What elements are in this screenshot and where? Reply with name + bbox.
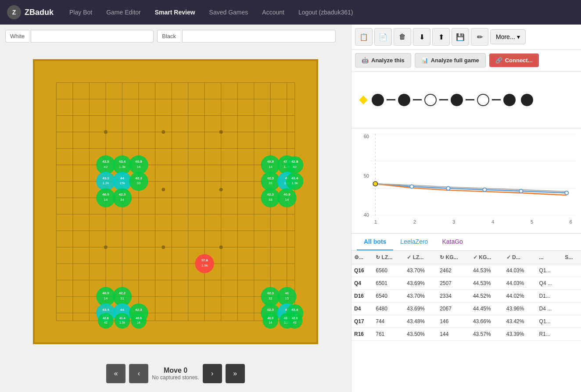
cell-lz-wr: 43.69% (404, 277, 437, 290)
chart-svg (371, 134, 576, 216)
col-header-kg-visits: ↻ KG... (437, 251, 470, 264)
cell-lz-wr: 43.50% (404, 328, 437, 341)
delete-btn[interactable]: 🗑 (394, 28, 411, 46)
tab-katago[interactable]: KataGo (435, 234, 470, 250)
svg-point-38 (219, 188, 223, 191)
connector (466, 99, 474, 100)
cell-move: R16 (351, 328, 373, 341)
svg-text:43: 43 (293, 321, 297, 324)
cell-kg-wr: 43.66% (470, 315, 504, 328)
analyze-full-btn[interactable]: 📊 Analyze full game (415, 53, 486, 68)
svg-text:42.3: 42.3 (267, 307, 274, 311)
x-label-5: 5 (531, 219, 533, 228)
svg-text:15k: 15k (119, 181, 125, 185)
svg-text:14: 14 (269, 164, 273, 168)
analysis-table: ⚙... ↻ LZ... ✓ LZ... ↻ KG... ✓ KG... ✓ D… (351, 251, 581, 341)
paste-btn[interactable]: 📄 (374, 28, 392, 46)
cell-kg-visits: 144 (437, 328, 470, 341)
table-row[interactable]: D16 6540 43.70% 2334 44.52% 44.02% D1... (351, 290, 581, 303)
svg-text:34: 34 (120, 198, 124, 202)
player-inputs: White Black (5, 30, 346, 43)
move-info: Move 0 No captured stones. (152, 367, 199, 381)
table-row[interactable]: Q17 744 43.48% 146 43.66% 43.42% Q1... (351, 315, 581, 328)
save-btn[interactable]: 💾 (452, 28, 469, 46)
table-row[interactable]: Q16 6560 43.70% 2462 44.53% 44.03% Q1... (351, 264, 581, 277)
analyze-this-btn[interactable]: 🤖 Analyze this (355, 53, 411, 68)
svg-text:40.9: 40.9 (283, 192, 290, 196)
svg-text:44: 44 (120, 176, 124, 180)
white-player-group: White (5, 30, 154, 43)
tab-leelazero[interactable]: LeelaZero (393, 234, 435, 250)
app-logo[interactable]: Z ZBaduk (7, 5, 54, 19)
next-btn[interactable]: › (203, 364, 222, 383)
stone-3 (424, 94, 437, 106)
cell-d-wr: 43.96% (504, 303, 537, 315)
connect-btn[interactable]: 🔗 Connect... (489, 53, 539, 67)
svg-text:40.9: 40.9 (135, 160, 142, 164)
nav-play-bot[interactable]: Play Bot (64, 5, 97, 19)
cell-extra: R1... (537, 328, 563, 341)
prev-prev-btn[interactable]: « (106, 364, 126, 383)
svg-text:42.8: 42.8 (292, 316, 298, 319)
prev-btn[interactable]: ‹ (129, 364, 148, 383)
analyze-full-label: Analyze full game (431, 57, 479, 64)
diagram-scroll[interactable] (357, 71, 537, 128)
svg-text:43.3: 43.3 (102, 176, 109, 180)
board-grid: 42.8 42 43.4 1.3k 40.9 14 43.3 1.3k 44 1… (35, 61, 316, 342)
logo-icon: Z (7, 5, 21, 19)
table-header-row: ⚙... ↻ LZ... ✓ LZ... ↻ KG... ✓ KG... ✓ D… (351, 251, 581, 264)
copy-btn[interactable]: 📋 (355, 28, 373, 46)
cell-extra: Q4 ... (537, 277, 563, 290)
svg-text:43.4: 43.4 (102, 307, 109, 311)
diagram-stones (357, 85, 537, 115)
black-input[interactable] (182, 30, 336, 43)
cell-kg-visits: 2462 (437, 264, 470, 277)
connector (439, 99, 448, 100)
nav-game-editor[interactable]: Game Editor (101, 5, 146, 19)
nav-account[interactable]: Account (257, 5, 290, 19)
svg-point-150 (565, 191, 568, 195)
cell-lz-visits: 6480 (373, 303, 404, 315)
nav-saved-games[interactable]: Saved Games (204, 5, 254, 19)
svg-text:1.3k: 1.3k (103, 181, 109, 185)
svg-text:42.2: 42.2 (119, 291, 126, 295)
nav-smart-review[interactable]: Smart Review (150, 5, 201, 19)
main-layout: White Black (0, 25, 581, 392)
analysis-table-body: Q16 6560 43.70% 2462 44.53% 44.03% Q1...… (351, 264, 581, 341)
table-row[interactable]: D4 6480 43.69% 2067 44.45% 43.96% D4 ... (351, 303, 581, 315)
next-next-btn[interactable]: » (226, 364, 245, 383)
download-btn[interactable]: ⬇ (413, 28, 430, 46)
svg-text:14: 14 (269, 321, 272, 324)
analysis-table-wrapper[interactable]: ⚙... ↻ LZ... ✓ LZ... ↻ KG... ✓ KG... ✓ D… (351, 251, 581, 392)
svg-text:43.4: 43.4 (291, 176, 298, 180)
connector (492, 99, 501, 100)
table-row[interactable]: Q4 6501 43.69% 2507 44.53% 44.03% Q4 ... (351, 277, 581, 290)
svg-text:42.8: 42.8 (291, 160, 298, 164)
edit-btn[interactable]: ✏ (471, 28, 488, 46)
col-header-lz-winrate: ✓ LZ... (404, 251, 437, 264)
cell-d-wr: 44.03% (504, 264, 537, 277)
black-player-group: Black (157, 30, 336, 43)
upload-btn[interactable]: ⬆ (432, 28, 450, 46)
move-diagram (351, 71, 581, 128)
col-header-lz-visits: ↻ LZ... (373, 251, 404, 264)
cell-move: D4 (351, 303, 373, 315)
cell-kg-visits: 2067 (437, 303, 470, 315)
col-header-move: ⚙... (351, 251, 373, 264)
nav-logout[interactable]: Logout (zbaduk361) (293, 5, 359, 19)
more-label: More... (496, 33, 515, 40)
white-input[interactable] (31, 30, 154, 43)
chart-area: 60 50 40 (357, 134, 576, 228)
go-board[interactable]: 42.8 42 43.4 1.3k 40.9 14 43.3 1.3k 44 1… (33, 59, 318, 344)
cell-lz-visits: 6540 (373, 290, 404, 303)
col-header-s: S... (562, 251, 581, 264)
tab-all-bots[interactable]: All bots (357, 234, 393, 250)
cell-lz-visits: 6560 (373, 264, 404, 277)
svg-text:31: 31 (120, 296, 124, 300)
table-row[interactable]: R16 761 43.50% 144 43.57% 43.39% R1... (351, 328, 581, 341)
x-label-2: 2 (413, 219, 416, 228)
svg-text:42.3: 42.3 (267, 192, 274, 196)
more-btn[interactable]: More... ▾ (490, 29, 526, 44)
cell-move: Q4 (351, 277, 373, 290)
svg-point-148 (483, 188, 486, 191)
